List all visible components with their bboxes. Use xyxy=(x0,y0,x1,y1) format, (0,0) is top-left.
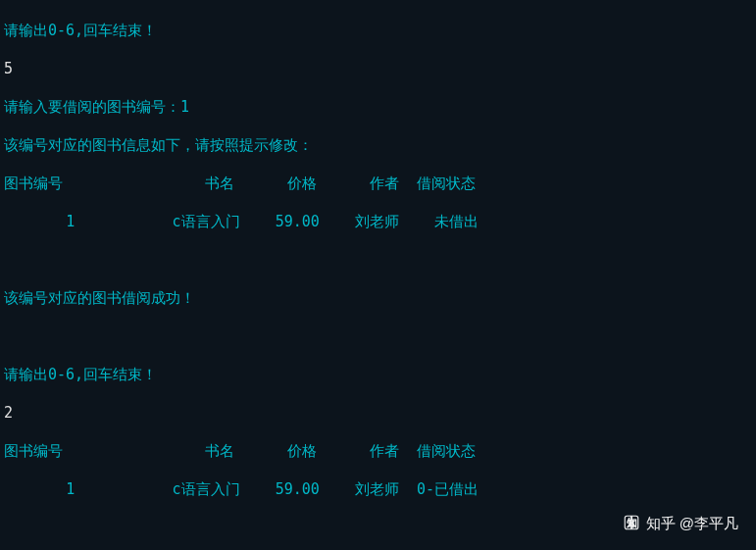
borrow-prompt: 请输入要借阅的图书编号：1 xyxy=(4,98,752,118)
cell-author: 刘老师 xyxy=(355,213,399,230)
table-row: 1 c语言入门 59.00 刘老师 0-已借出 xyxy=(4,480,752,500)
cell-name: c语言入门 xyxy=(173,213,240,230)
cell-id: 1 xyxy=(66,480,75,498)
success-line: 该编号对应的图书借阅成功！ xyxy=(4,289,752,309)
user-input: 5 xyxy=(4,60,752,79)
col-price: 价格 xyxy=(287,442,317,460)
blank-line xyxy=(4,327,752,347)
cell-status: 未借出 xyxy=(434,213,479,230)
col-name: 书名 xyxy=(205,175,234,192)
col-status: 借阅状态 xyxy=(417,442,476,460)
col-name: 书名 xyxy=(205,442,234,460)
terminal-output: 请输出0-6,回车结束！ 5 请输入要借阅的图书编号：1 该编号对应的图书信息如… xyxy=(0,0,756,550)
col-id: 图书编号 xyxy=(4,442,63,460)
watermark-text: 知乎 @李平凡 xyxy=(646,514,738,533)
svg-text:知: 知 xyxy=(625,517,636,528)
cell-price: 59.00 xyxy=(276,213,320,230)
cell-price: 59.00 xyxy=(276,480,320,498)
cell-id: 1 xyxy=(66,213,75,230)
col-id: 图书编号 xyxy=(4,175,63,192)
info-line: 该编号对应的图书信息如下，请按照提示修改： xyxy=(4,136,752,156)
prompt-line: 请输出0-6,回车结束！ xyxy=(4,366,752,385)
col-price: 价格 xyxy=(287,175,317,192)
cell-author: 刘老师 xyxy=(355,480,399,498)
col-status: 借阅状态 xyxy=(417,175,476,192)
prompt-line: 请输出0-6,回车结束！ xyxy=(4,22,752,41)
table-header: 图书编号 书名 价格 作者 借阅状态 xyxy=(4,442,752,462)
user-input: 2 xyxy=(4,404,752,424)
zhihu-icon: 知 xyxy=(623,514,640,531)
watermark: 知 知乎 @李平凡 xyxy=(623,514,738,533)
col-author: 作者 xyxy=(370,442,399,460)
cell-name: c语言入门 xyxy=(173,480,240,498)
table-row: 1 c语言入门 59.00 刘老师 未借出 xyxy=(4,213,752,232)
blank-line xyxy=(4,251,752,271)
table-header: 图书编号 书名 价格 作者 借阅状态 xyxy=(4,175,752,194)
col-author: 作者 xyxy=(370,175,399,192)
cell-status: 0-已借出 xyxy=(417,480,479,498)
